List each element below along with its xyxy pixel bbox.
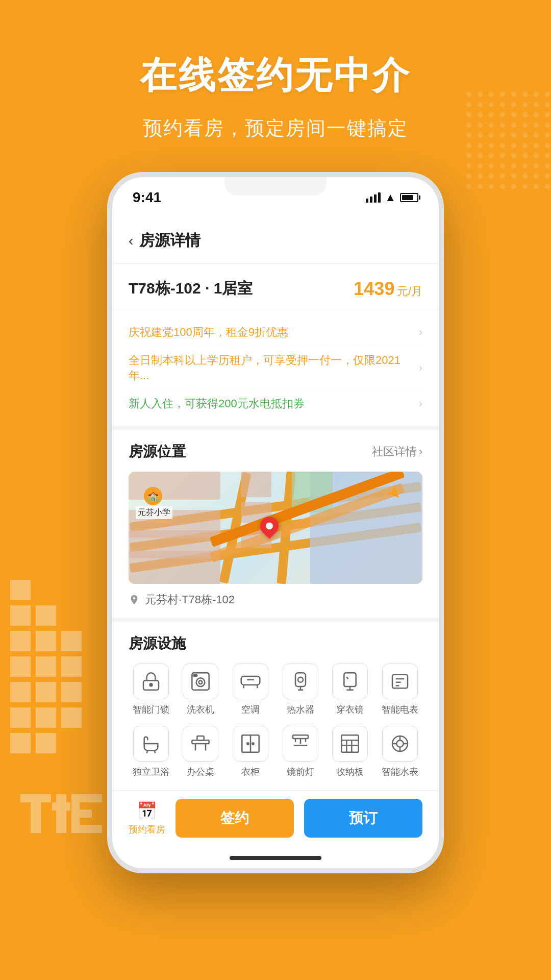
header-section: 在线签约无中介 预约看房，预定房间一键搞定 bbox=[0, 0, 551, 172]
facility-label-bathroom: 独立卫浴 bbox=[133, 766, 169, 778]
svg-rect-31 bbox=[241, 676, 260, 685]
desk-icon bbox=[190, 733, 211, 754]
phone-content: ‹ 房源详情 T78栋-102 · 1居室 1439 元/月 庆祝建党100周年… bbox=[112, 218, 439, 868]
facility-smart-meter: 智能电表 bbox=[378, 664, 422, 716]
facility-smart-lock: 智能门锁 bbox=[129, 664, 173, 716]
location-pin-icon bbox=[129, 594, 140, 605]
svg-point-29 bbox=[199, 680, 203, 684]
heater-icon bbox=[290, 671, 311, 692]
mirror-light-icon bbox=[290, 733, 311, 754]
signal-icon bbox=[366, 192, 381, 203]
washer-icon bbox=[190, 671, 211, 692]
book-button[interactable]: 预订 bbox=[304, 799, 422, 838]
promo-text-2: 全日制本科以上学历租户，可享受押一付一，仅限2021年... bbox=[129, 353, 419, 383]
promo-text-1: 庆祝建党100周年，租金9折优惠 bbox=[129, 325, 419, 340]
facility-label-heater: 热水器 bbox=[287, 703, 314, 716]
svg-point-59 bbox=[252, 743, 254, 744]
phone-notch bbox=[224, 177, 327, 195]
promo-text-3: 新人入住，可获得200元水电抵扣券 bbox=[129, 396, 419, 411]
facility-bathroom: 独立卫浴 bbox=[129, 726, 173, 778]
facility-heater: 热水器 bbox=[278, 664, 323, 716]
map-school-label: 元芬小学 bbox=[136, 506, 172, 519]
svg-line-50 bbox=[146, 750, 147, 753]
mirror-icon bbox=[340, 671, 360, 692]
facility-desk: 办公桌 bbox=[179, 726, 223, 778]
facilities-grid: 智能门锁 洗衣机 bbox=[129, 664, 422, 778]
appointment-label: 预约看房 bbox=[129, 823, 165, 836]
facility-label-storage: 收纳板 bbox=[336, 766, 364, 778]
facility-label-water-meter: 智能水表 bbox=[382, 766, 418, 778]
back-button[interactable]: ‹ bbox=[129, 233, 133, 249]
promo-arrow-1: › bbox=[419, 326, 422, 339]
status-bar: 9:41 ▲ bbox=[112, 177, 439, 218]
property-price: 1439 bbox=[354, 278, 394, 299]
facility-label-mirror: 穿衣镜 bbox=[336, 703, 364, 716]
property-price-unit: 元/月 bbox=[397, 285, 422, 298]
promo-item-1[interactable]: 庆祝建党100周年，租金9折优惠 › bbox=[129, 318, 422, 347]
property-section: T78栋-102 · 1居室 1439 元/月 bbox=[112, 264, 439, 310]
status-icons: ▲ bbox=[366, 191, 418, 204]
community-detail-link[interactable]: 社区详情 › bbox=[372, 444, 422, 459]
svg-rect-30 bbox=[194, 675, 197, 676]
home-indicator bbox=[112, 848, 439, 868]
facility-label-lock: 智能门锁 bbox=[133, 703, 169, 716]
page-title: 房源详情 bbox=[139, 230, 201, 251]
facility-label-washer: 洗衣机 bbox=[187, 703, 214, 716]
facility-label-light: 镜前灯 bbox=[287, 766, 314, 778]
promo-arrow-2: › bbox=[419, 361, 422, 375]
phone-mockup-container: 9:41 ▲ ‹ 房源详情 bbox=[0, 172, 551, 873]
lock-icon bbox=[141, 671, 161, 692]
facility-storage: 收纳板 bbox=[328, 726, 373, 778]
facilities-title: 房源设施 bbox=[129, 635, 186, 651]
promo-item-2[interactable]: 全日制本科以上学历租户，可享受押一付一，仅限2021年... › bbox=[129, 347, 422, 390]
svg-rect-36 bbox=[295, 673, 306, 687]
home-bar bbox=[230, 856, 321, 860]
facility-label-wardrobe: 衣柜 bbox=[241, 766, 260, 778]
water-meter-icon bbox=[390, 733, 410, 754]
svg-point-71 bbox=[396, 740, 403, 747]
svg-point-28 bbox=[196, 678, 205, 687]
header-title: 在线签约无中介 bbox=[0, 51, 551, 100]
wifi-icon: ▲ bbox=[385, 191, 396, 204]
promo-arrow-3: › bbox=[419, 397, 422, 410]
electric-meter-icon bbox=[390, 671, 410, 692]
wardrobe-icon bbox=[240, 733, 261, 754]
property-price-block: 1439 元/月 bbox=[354, 278, 422, 300]
svg-point-26 bbox=[149, 683, 152, 686]
battery-icon bbox=[400, 193, 418, 202]
promo-item-3[interactable]: 新人入住，可获得200元水电抵扣券 › bbox=[129, 390, 422, 418]
svg-rect-46 bbox=[392, 675, 408, 689]
ac-icon bbox=[240, 671, 261, 692]
promotions-section: 庆祝建党100周年，租金9折优惠 › 全日制本科以上学历租户，可享受押一付一，仅… bbox=[112, 310, 439, 430]
appointment-tab[interactable]: 📅 预约看房 bbox=[129, 801, 165, 836]
facility-wardrobe: 衣柜 bbox=[228, 726, 273, 778]
facility-label-ac: 空调 bbox=[241, 703, 260, 716]
facility-light: 镜前灯 bbox=[278, 726, 323, 778]
facility-label-smart-meter: 智能电表 bbox=[382, 703, 418, 716]
facility-mirror: 穿衣镜 bbox=[328, 664, 373, 716]
phone-mockup: 9:41 ▲ ‹ 房源详情 bbox=[107, 172, 444, 873]
facility-washer: 洗衣机 bbox=[179, 664, 223, 716]
appointment-icon: 📅 bbox=[137, 801, 157, 820]
svg-rect-60 bbox=[293, 735, 308, 739]
location-title: 房源位置 bbox=[129, 442, 186, 461]
location-section-header: 房源位置 社区详情 › bbox=[129, 442, 422, 461]
facility-ac: 空调 bbox=[228, 664, 273, 716]
svg-point-39 bbox=[298, 677, 303, 682]
svg-line-45 bbox=[347, 677, 348, 679]
map-container[interactable]: 🏫 元芬小学 ➤ bbox=[129, 472, 422, 584]
storage-icon bbox=[340, 733, 360, 754]
map-school-icon: 🏫 bbox=[144, 487, 162, 505]
svg-line-51 bbox=[154, 750, 155, 753]
sign-button[interactable]: 签约 bbox=[176, 799, 294, 838]
property-name: T78栋-102 · 1居室 bbox=[129, 278, 253, 299]
page-header: ‹ 房源详情 bbox=[112, 218, 439, 264]
location-section: 房源位置 社区详情 › bbox=[112, 430, 439, 618]
status-time: 9:41 bbox=[133, 189, 161, 206]
svg-rect-55 bbox=[197, 736, 204, 740]
facility-label-desk: 办公桌 bbox=[187, 766, 214, 778]
location-address: 元芬村·T78栋-102 bbox=[129, 592, 422, 618]
bathroom-icon bbox=[141, 733, 161, 754]
bottom-action-bar: 📅 预约看房 签约 预订 bbox=[112, 790, 439, 848]
facilities-section: 房源设施 智能门锁 bbox=[112, 618, 439, 790]
